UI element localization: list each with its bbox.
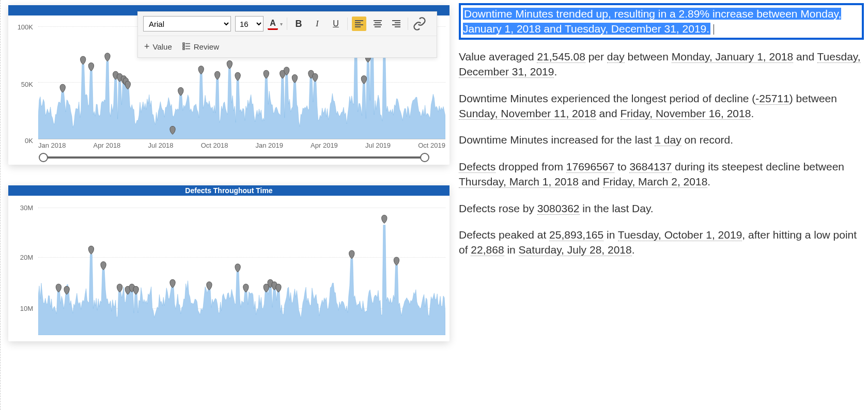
highlighted-insight[interactable]: Downtime Minutes trended up, resulting i… (459, 3, 864, 40)
charts-panel: Arial 16 A ▾ B I U + Value (0, 0, 455, 410)
align-left-button[interactable] (352, 17, 366, 31)
align-center-button[interactable] (370, 17, 385, 31)
review-label: Review (194, 42, 219, 51)
slider-handle-end[interactable] (420, 153, 429, 162)
font-color-button[interactable]: A (268, 18, 278, 30)
value-label: Value (153, 42, 172, 51)
text-cursor-icon (714, 24, 714, 35)
review-button[interactable]: Review (182, 42, 219, 52)
italic-button[interactable]: I (310, 17, 324, 31)
underline-button[interactable]: U (329, 17, 343, 31)
hyperlink-button[interactable] (412, 17, 427, 31)
highlight-text: Downtime Minutes trended up, resulting i… (463, 8, 841, 35)
chart2-title: Defects Throughout Time (8, 185, 450, 196)
svg-rect-4 (183, 48, 184, 50)
chart2-plot (38, 201, 445, 335)
slider-handle-start[interactable] (39, 153, 48, 162)
chart1-x-axis: Jan 2018Apr 2018 Jul 2018Oct 2018 Jan 20… (38, 139, 445, 151)
font-family-select[interactable]: Arial (143, 16, 231, 31)
chart1-y-axis: 100K 50K 0K (12, 21, 33, 143)
insight-defects-drop[interactable]: Defects dropped from 17696567 to 3684137… (459, 159, 864, 190)
align-right-button[interactable] (389, 17, 404, 31)
time-range-slider[interactable] (43, 156, 425, 159)
chevron-down-icon[interactable]: ▾ (280, 21, 283, 27)
insight-defects-rose[interactable]: Defects rose by 3080362 in the last Day. (459, 201, 864, 216)
bold-button[interactable]: B (291, 17, 306, 31)
insight-increase[interactable]: Downtime Minutes increased for the last … (459, 132, 864, 147)
defects-chart-card[interactable]: Defects Throughout Time 30M 20M 10M (8, 185, 450, 341)
insight-defects-peak[interactable]: Defects peaked at 25,893,165 in Tuesday,… (459, 227, 864, 258)
svg-rect-2 (183, 45, 184, 47)
insight-avg[interactable]: Value averaged 21,545.08 per day between… (459, 49, 864, 80)
insights-panel: Downtime Minutes trended up, resulting i… (455, 0, 868, 410)
svg-rect-0 (183, 43, 184, 44)
chart2-y-axis: 30M 20M 10M (12, 201, 33, 335)
font-size-select[interactable]: 16 (235, 16, 264, 31)
add-value-button[interactable]: + Value (144, 41, 172, 52)
plus-icon: + (144, 41, 150, 52)
insight-decline[interactable]: Downtime Minutes experienced the longest… (459, 91, 864, 121)
text-format-toolbar: Arial 16 A ▾ B I U + Value (137, 11, 437, 58)
list-icon (182, 42, 191, 52)
